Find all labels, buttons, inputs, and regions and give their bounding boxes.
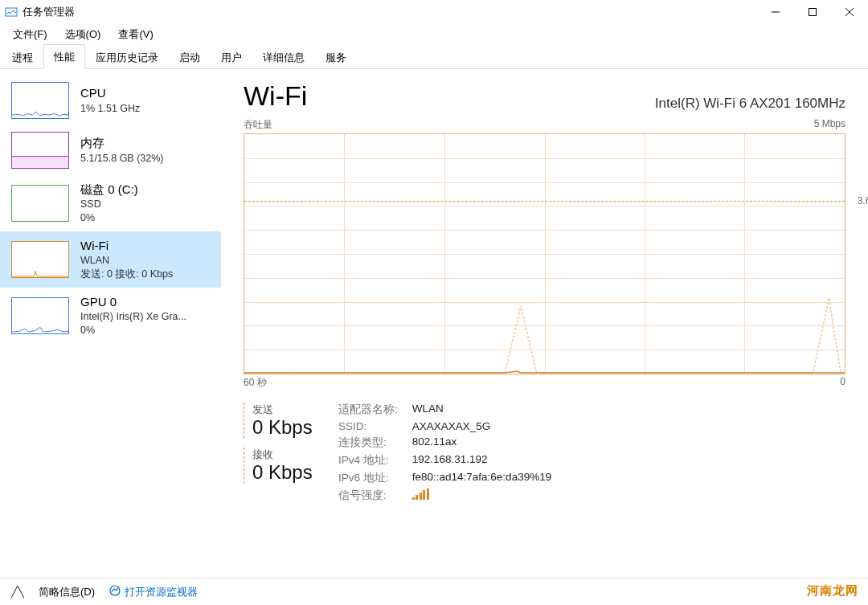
cpu-thumbnail [11, 82, 69, 119]
wifi-sub2: 发送: 0 接收: 0 Kbps [80, 268, 173, 281]
info-ssid-v: AXAXAXAX_5G [412, 420, 551, 432]
disk-sub2: 0% [80, 211, 138, 225]
gpu-sub1: Intel(R) Iris(R) Xe Gra... [80, 310, 186, 324]
resource-monitor-icon [109, 585, 121, 599]
info-ipv4-k: IPv4 地址: [338, 453, 398, 468]
tab-strip: 进程 性能 应用历史记录 启动 用户 详细信息 服务 [0, 45, 868, 69]
svg-point-6 [110, 586, 120, 595]
info-conn-k: 连接类型: [338, 435, 398, 450]
maximize-button[interactable] [794, 0, 831, 24]
info-signal-k: 信号强度: [338, 488, 398, 503]
info-ipv6-v: fe80::ad14:7afa:6e:da39%19 [412, 471, 551, 485]
throughput-graph[interactable] [244, 133, 845, 374]
sidebar-item-disk[interactable]: 磁盘 0 (C:) SSD 0% [0, 175, 221, 231]
disk-sub1: SSD [80, 198, 138, 211]
memory-sub: 5.1/15.8 GB (32%) [80, 152, 164, 166]
memory-thumbnail [11, 132, 69, 169]
send-value: 0 Kbps [252, 417, 316, 438]
fewer-details-link[interactable]: 简略信息(D) [39, 585, 95, 599]
sidebar-item-wifi[interactable]: Wi-Fi WLAN 发送: 0 接收: 0 Kbps [0, 231, 221, 288]
page-title: Wi-Fi [244, 80, 307, 112]
menu-bar: 文件(F) 选项(O) 查看(V) [0, 24, 868, 45]
menu-view[interactable]: 查看(V) [110, 25, 161, 44]
disk-title: 磁盘 0 (C:) [80, 182, 138, 198]
performance-sidebar: CPU 1% 1.51 GHz 内存 5.1/15.8 GB (32%) 磁盘 … [0, 69, 221, 578]
svg-rect-2 [809, 9, 817, 16]
tab-performance[interactable]: 性能 [43, 44, 85, 69]
throughput-line [244, 134, 845, 374]
connection-info: 适配器名称: WLAN SSID: AXAXAXAX_5G 连接类型: 802.… [338, 403, 551, 503]
tab-app-history[interactable]: 应用历史记录 [85, 45, 169, 69]
guide-label: 3.6 Mbps [858, 195, 868, 206]
sidebar-item-cpu[interactable]: CPU 1% 1.51 GHz [0, 76, 221, 125]
graph-bottom-left-label: 60 秒 [244, 376, 267, 390]
sidebar-item-memory[interactable]: 内存 5.1/15.8 GB (32%) [0, 125, 221, 175]
adapter-name: Intel(R) Wi-Fi 6 AX201 160MHz [655, 96, 845, 112]
signal-bars-icon [412, 488, 429, 500]
cpu-sub: 1% 1.51 GHz [80, 102, 140, 116]
throughput-graph-container: 3.6 Mbps [244, 133, 845, 374]
detail-pane: Wi-Fi Intel(R) Wi-Fi 6 AX201 160MHz 吞吐量 … [221, 69, 868, 578]
gpu-title: GPU 0 [80, 294, 186, 310]
sidebar-item-gpu[interactable]: GPU 0 Intel(R) Iris(R) Xe Gra... 0% [0, 288, 221, 344]
minimize-button[interactable] [757, 0, 794, 24]
memory-title: 内存 [80, 135, 164, 151]
graph-bottom-right-label: 0 [840, 376, 845, 390]
open-resource-monitor-link[interactable]: 打开资源监视器 [109, 585, 198, 599]
gpu-thumbnail [11, 297, 69, 334]
status-bar: ╱╲ 简略信息(D) 打开资源监视器 [0, 578, 868, 605]
wifi-title: Wi-Fi [80, 238, 173, 254]
tab-users[interactable]: 用户 [211, 45, 252, 69]
tab-services[interactable]: 服务 [315, 45, 357, 69]
info-ipv6-k: IPv6 地址: [338, 471, 398, 485]
close-button[interactable] [831, 0, 868, 24]
info-ipv4-v: 192.168.31.192 [412, 453, 551, 468]
window-controls [757, 0, 868, 24]
menu-file[interactable]: 文件(F) [5, 25, 55, 44]
recv-value: 0 Kbps [252, 462, 316, 483]
app-icon [5, 6, 18, 18]
wifi-sub1: WLAN [80, 254, 173, 268]
tab-details[interactable]: 详细信息 [252, 45, 315, 69]
graph-top-left-label: 吞吐量 [244, 118, 272, 132]
window-title: 任务管理器 [23, 5, 75, 19]
info-adapter-v: WLAN [412, 403, 551, 417]
info-conn-v: 802.11ax [412, 435, 551, 450]
send-label: 发送 [252, 403, 316, 417]
tab-startup[interactable]: 启动 [169, 45, 211, 69]
tab-processes[interactable]: 进程 [2, 45, 43, 69]
disk-thumbnail [11, 185, 69, 222]
menu-options[interactable]: 选项(O) [57, 25, 109, 44]
recv-label: 接收 [252, 448, 316, 462]
wifi-thumbnail [11, 241, 69, 278]
open-resource-monitor-label: 打开资源监视器 [125, 585, 198, 599]
title-bar: 任务管理器 [0, 0, 868, 24]
cpu-title: CPU [80, 85, 140, 101]
info-ssid-k: SSID: [338, 420, 398, 432]
stats-area: 发送 0 Kbps 接收 0 Kbps 适配器名称: WLAN SSID: AX… [244, 403, 845, 503]
chevron-up-icon[interactable]: ╱╲ [11, 586, 24, 598]
gpu-sub2: 0% [80, 324, 186, 337]
svg-rect-5 [12, 157, 68, 168]
info-adapter-k: 适配器名称: [338, 403, 398, 417]
graph-top-right-label: 5 Mbps [814, 118, 845, 132]
info-signal-v [412, 488, 551, 503]
